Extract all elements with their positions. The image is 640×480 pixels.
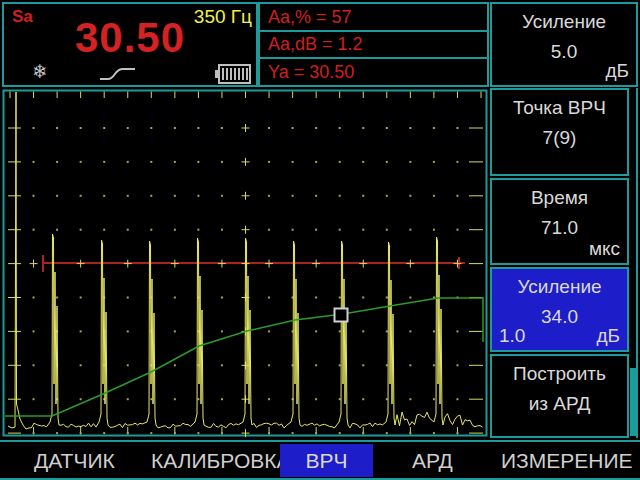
freeze-icon: ❄ [32, 60, 48, 83]
param-label: Точка ВРЧ [492, 97, 627, 119]
param-unit: дБ [596, 325, 620, 347]
mode-label: Sa [12, 7, 33, 27]
device-screen: Sa 350 Гц 30.50 ❄ Aa,% = 57 Aa,dB = 1.2 [0, 0, 640, 480]
param-unit: мкс [589, 238, 620, 260]
main-menu-bar: ДАТЧИК КАЛИБРОВКА ВРЧ АРД ИЗМЕРЕНИЕ [0, 440, 640, 480]
param-label: Усиление [492, 11, 636, 33]
tvg-curve-icon [98, 66, 138, 86]
param-value: из АРД [492, 393, 627, 415]
menu-tab-measurement[interactable]: ИЗМЕРЕНИЕ [501, 449, 633, 473]
menu-tab-calibration[interactable]: КАЛИБРОВКА [151, 449, 290, 473]
menu-tab-probe[interactable]: ДАТЧИК [34, 449, 115, 473]
reading-depth: Ya = 30.50 [258, 57, 489, 87]
param-build-from-dgs[interactable]: Построить из АРД [490, 354, 629, 438]
param-unit: дБ [605, 60, 629, 82]
param-tvg-point[interactable]: Точка ВРЧ 7(9) [490, 88, 629, 176]
param-value: 7(9) [492, 127, 627, 149]
menu-tab-tvg-active[interactable]: ВРЧ [280, 444, 373, 477]
param-scrollbar-thumb[interactable] [630, 368, 636, 436]
param-step: 1.0 [499, 325, 525, 347]
param-label: Усиление [492, 276, 627, 298]
param-time[interactable]: Время 71.0 мкс [490, 178, 629, 265]
reading-amplitude-db: Aa,dB = 1.2 [258, 30, 489, 59]
main-measurement-value: 30.50 [50, 14, 210, 62]
param-gain[interactable]: Усиление 5.0 дБ [490, 2, 638, 87]
a-scan-plot [0, 88, 492, 440]
menu-tab-dgs[interactable]: АРД [412, 449, 453, 473]
reading-amplitude-percent: Aa,% = 57 [258, 2, 489, 32]
param-point-gain-selected[interactable]: Усиление 34.0 1.0 дБ [490, 267, 629, 352]
measurement-header: Sa 350 Гц 30.50 ❄ [2, 2, 258, 87]
param-value: 71.0 [492, 217, 627, 239]
param-label: Время [492, 187, 627, 209]
param-label: Построить [492, 363, 627, 385]
battery-icon [214, 63, 252, 89]
tvg-point-marker [335, 309, 348, 322]
